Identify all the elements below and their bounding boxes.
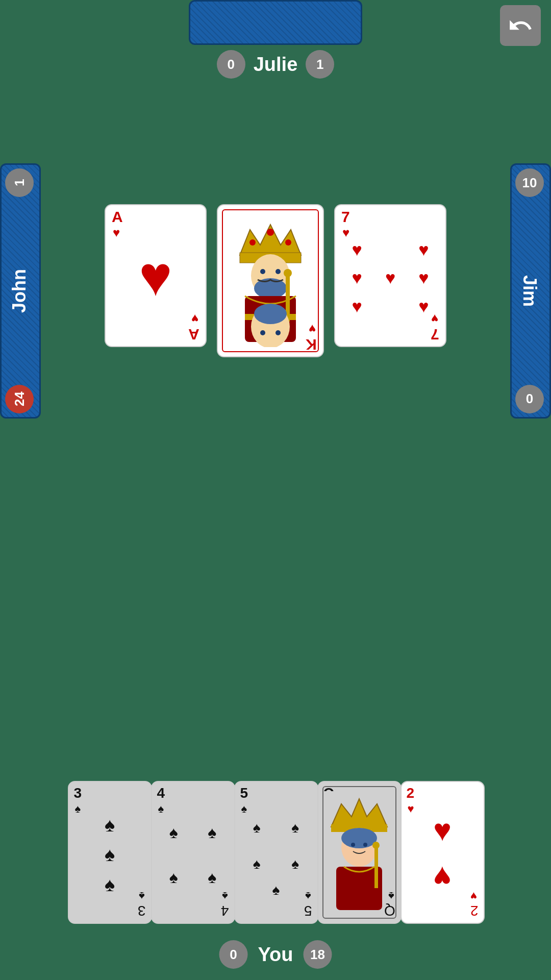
- svg-point-23: [351, 843, 355, 847]
- ace-suit-br: ♥: [191, 312, 198, 325]
- four-pip4: ♠: [208, 868, 216, 887]
- pip1: ♥: [352, 240, 362, 260]
- queen-rank-br: Q: [384, 902, 395, 919]
- king-face: [222, 209, 319, 352]
- five-rank-tl: 5: [240, 786, 248, 800]
- seven-of-hearts[interactable]: 7 ♥ ♥ ♥ ♥ ♥ ♥ ♥ ♥ 7 ♥: [334, 204, 446, 347]
- pip3: ♥: [418, 240, 429, 260]
- svg-point-24: [363, 843, 367, 847]
- king-face-svg: [230, 214, 311, 347]
- five-rank-br: 5: [304, 902, 312, 919]
- four-pips: ♠ ♠ ♠ ♠: [155, 810, 232, 900]
- three-pip3: ♠: [105, 874, 115, 896]
- julie-score-right: 1: [306, 50, 334, 79]
- card-2-hearts[interactable]: 2 ♥ ♥ ♥ 2 ♥: [400, 781, 485, 924]
- jim-score-bottom: 0: [515, 385, 544, 413]
- two-rank-tl: 2: [407, 786, 415, 800]
- queen-face: [322, 786, 396, 919]
- three-pip2: ♠: [105, 844, 115, 866]
- svg-point-22: [341, 828, 377, 848]
- svg-rect-26: [374, 847, 378, 888]
- three-pip1: ♠: [105, 814, 115, 836]
- ace-rank-br: A: [188, 327, 199, 342]
- ace-center-pip: ♥: [139, 243, 172, 308]
- seven-rank-tl: 7: [341, 209, 350, 225]
- svg-point-9: [276, 269, 281, 274]
- john-score-bottom: 24: [5, 385, 34, 413]
- five-pips: ♠ ♠ ♠ ♠ ♠: [238, 810, 315, 900]
- four-pip2: ♠: [208, 823, 216, 842]
- card-3-spades[interactable]: 3 ♠ ♠ ♠ ♠ 3 ♠: [68, 781, 152, 924]
- pip7: ♥: [352, 297, 362, 316]
- svg-point-16: [276, 330, 281, 335]
- pip6: ♥: [418, 268, 429, 288]
- king-of-hearts[interactable]: K ♥: [217, 204, 324, 357]
- card-queen-spades[interactable]: Q ♠: [317, 781, 402, 924]
- julie-name-row: 0 Julie 1: [217, 50, 335, 79]
- queen-suit-br: ♠: [388, 889, 394, 902]
- two-rank-br: 2: [470, 902, 479, 919]
- ace-of-hearts[interactable]: A ♥ ♥ A ♥: [105, 204, 207, 347]
- play-area: A ♥ ♥ A ♥ K ♥: [105, 204, 446, 357]
- top-card-stack: [189, 0, 362, 45]
- julie-score-left: 0: [217, 50, 245, 79]
- svg-point-5: [285, 239, 291, 246]
- bottom-player-row: 0 You 18: [219, 940, 332, 969]
- pip4: ♥: [352, 268, 362, 288]
- ace-rank-tl: A: [112, 209, 123, 225]
- five-suit-br: ♠: [305, 889, 311, 902]
- card-4-spades[interactable]: 4 ♠ ♠ ♠ ♠ ♠ 4 ♠: [151, 781, 235, 924]
- queen-face-svg: [323, 791, 395, 914]
- svg-point-27: [372, 842, 380, 849]
- svg-point-3: [249, 239, 256, 246]
- four-pip3: ♠: [169, 868, 178, 887]
- pip9: ♥: [418, 297, 429, 316]
- two-pip2: ♥: [433, 860, 452, 895]
- top-player-area: 0 Julie 1: [189, 0, 362, 79]
- four-rank-tl: 4: [157, 786, 165, 800]
- jim-labels: 10 Jim 0: [515, 163, 544, 419]
- three-rank-br: 3: [138, 902, 146, 919]
- svg-point-4: [267, 229, 274, 236]
- king-rank-br: K: [306, 337, 317, 352]
- svg-point-8: [260, 269, 265, 274]
- seven-pips: ♥ ♥ ♥ ♥ ♥ ♥ ♥: [340, 236, 440, 321]
- svg-point-12: [284, 269, 292, 277]
- seven-rank-br: 7: [431, 327, 439, 342]
- three-rank-tl: 3: [74, 786, 82, 800]
- undo-icon: [508, 13, 533, 38]
- john-labels: 1 John 24: [5, 163, 34, 419]
- king-suit-br: ♥: [309, 323, 316, 335]
- undo-button[interactable]: [500, 5, 541, 46]
- svg-point-17: [260, 330, 265, 335]
- pip5: ♥: [385, 268, 395, 288]
- seven-suit-br: ♥: [431, 312, 438, 325]
- three-pips: ♠ ♠ ♠: [71, 810, 148, 900]
- bottom-hand: 3 ♠ ♠ ♠ ♠ 3 ♠ 4 ♠ ♠ ♠ ♠ ♠ 4 ♠ 5 ♠ ♠ ♠ ♠: [0, 781, 551, 924]
- ace-suit-tl: ♥: [113, 227, 120, 239]
- right-player-area: 10 Jim 0: [510, 163, 551, 419]
- two-suit-br: ♥: [470, 889, 477, 902]
- you-score-left: 0: [219, 940, 248, 969]
- two-pip1: ♥: [433, 813, 452, 848]
- julie-name: Julie: [254, 54, 298, 76]
- john-score-top: 1: [5, 168, 34, 197]
- you-name: You: [258, 944, 293, 966]
- john-name: John: [9, 269, 30, 313]
- four-rank-br: 4: [221, 902, 229, 919]
- four-suit-br: ♠: [222, 889, 228, 902]
- card-5-spades[interactable]: 5 ♠ ♠ ♠ ♠ ♠ ♠ 5 ♠: [234, 781, 318, 924]
- three-suit-br: ♠: [139, 889, 145, 902]
- two-pips: ♥ ♥: [404, 813, 481, 895]
- four-pip1: ♠: [169, 823, 178, 842]
- svg-point-15: [254, 304, 287, 324]
- jim-score-top: 10: [515, 168, 544, 197]
- you-score-right: 18: [303, 940, 332, 969]
- svg-point-7: [254, 278, 287, 299]
- left-player-area: 1 John 24: [0, 163, 41, 419]
- jim-name: Jim: [519, 275, 540, 307]
